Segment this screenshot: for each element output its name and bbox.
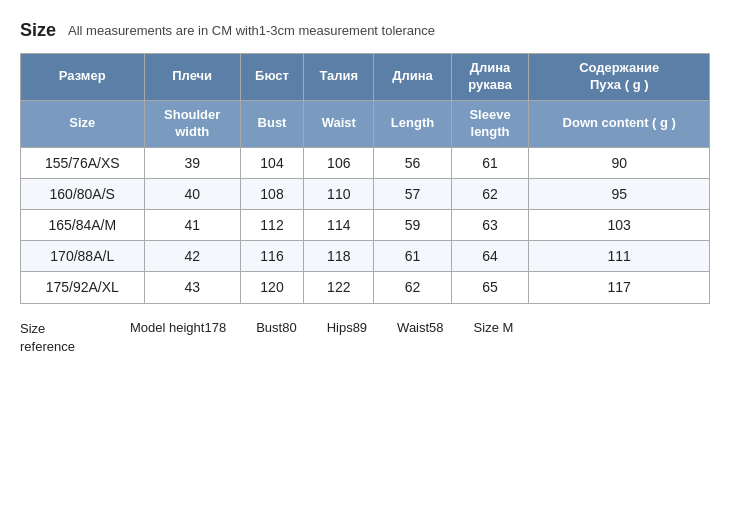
table-header: Size All measurements are in CM with1-3c… — [20, 20, 710, 41]
table-cell: 114 — [304, 209, 374, 240]
table-cell: 43 — [144, 272, 240, 303]
table-cell: 155/76A/XS — [21, 147, 145, 178]
col-waist-en: Waist — [304, 100, 374, 147]
table-cell: 111 — [529, 241, 710, 272]
col-shoulder-ru: Плечи — [144, 54, 240, 101]
reference-value: Size M — [474, 320, 514, 335]
table-cell: 120 — [240, 272, 303, 303]
table-cell: 62 — [374, 272, 451, 303]
size-table-body: 155/76A/XS39104106566190160/80A/S4010811… — [21, 147, 710, 303]
table-row: 155/76A/XS39104106566190 — [21, 147, 710, 178]
header-row-ru: Размер Плечи Бюст Талия Длина Длинарукав… — [21, 54, 710, 101]
size-table: Размер Плечи Бюст Талия Длина Длинарукав… — [20, 53, 710, 304]
table-cell: 57 — [374, 178, 451, 209]
col-size-ru: Размер — [21, 54, 145, 101]
col-sleeve-ru: Длинарукава — [451, 54, 529, 101]
table-cell: 65 — [451, 272, 529, 303]
table-cell: 118 — [304, 241, 374, 272]
table-cell: 61 — [451, 147, 529, 178]
table-cell: 40 — [144, 178, 240, 209]
col-length-en: Length — [374, 100, 451, 147]
table-cell: 108 — [240, 178, 303, 209]
col-down-ru: СодержаниеПуха ( g ) — [529, 54, 710, 101]
table-cell: 64 — [451, 241, 529, 272]
col-bust-ru: Бюст — [240, 54, 303, 101]
col-bust-en: Bust — [240, 100, 303, 147]
table-cell: 117 — [529, 272, 710, 303]
table-row: 175/92A/XL431201226265117 — [21, 272, 710, 303]
table-cell: 110 — [304, 178, 374, 209]
table-row: 160/80A/S40108110576295 — [21, 178, 710, 209]
reference-label: Sizereference — [20, 320, 130, 356]
measurement-note: All measurements are in CM with1-3cm mea… — [68, 23, 435, 38]
table-cell: 62 — [451, 178, 529, 209]
table-cell: 61 — [374, 241, 451, 272]
col-shoulder-en: Shoulderwidth — [144, 100, 240, 147]
col-sleeve-en: Sleevelength — [451, 100, 529, 147]
reference-value: Waist58 — [397, 320, 443, 335]
table-cell: 56 — [374, 147, 451, 178]
size-reference: Sizereference Model height178Bust80Hips8… — [20, 320, 710, 356]
col-size-en: Size — [21, 100, 145, 147]
reference-value: Bust80 — [256, 320, 296, 335]
header-row-en: Size Shoulderwidth Bust Waist Length Sle… — [21, 100, 710, 147]
reference-values: Model height178Bust80Hips89Waist58Size M — [130, 320, 513, 335]
table-cell: 104 — [240, 147, 303, 178]
col-down-en: Down content ( g ) — [529, 100, 710, 147]
table-row: 170/88A/L421161186164111 — [21, 241, 710, 272]
table-cell: 112 — [240, 209, 303, 240]
col-waist-ru: Талия — [304, 54, 374, 101]
table-cell: 63 — [451, 209, 529, 240]
table-cell: 103 — [529, 209, 710, 240]
reference-value: Hips89 — [327, 320, 367, 335]
table-cell: 90 — [529, 147, 710, 178]
reference-value: Model height178 — [130, 320, 226, 335]
table-cell: 39 — [144, 147, 240, 178]
col-length-ru: Длина — [374, 54, 451, 101]
table-cell: 170/88A/L — [21, 241, 145, 272]
table-row: 165/84A/M411121145963103 — [21, 209, 710, 240]
table-cell: 41 — [144, 209, 240, 240]
table-cell: 175/92A/XL — [21, 272, 145, 303]
table-cell: 165/84A/M — [21, 209, 145, 240]
table-cell: 122 — [304, 272, 374, 303]
table-cell: 160/80A/S — [21, 178, 145, 209]
table-cell: 106 — [304, 147, 374, 178]
table-cell: 42 — [144, 241, 240, 272]
table-cell: 116 — [240, 241, 303, 272]
size-title: Size — [20, 20, 56, 41]
table-cell: 59 — [374, 209, 451, 240]
table-cell: 95 — [529, 178, 710, 209]
